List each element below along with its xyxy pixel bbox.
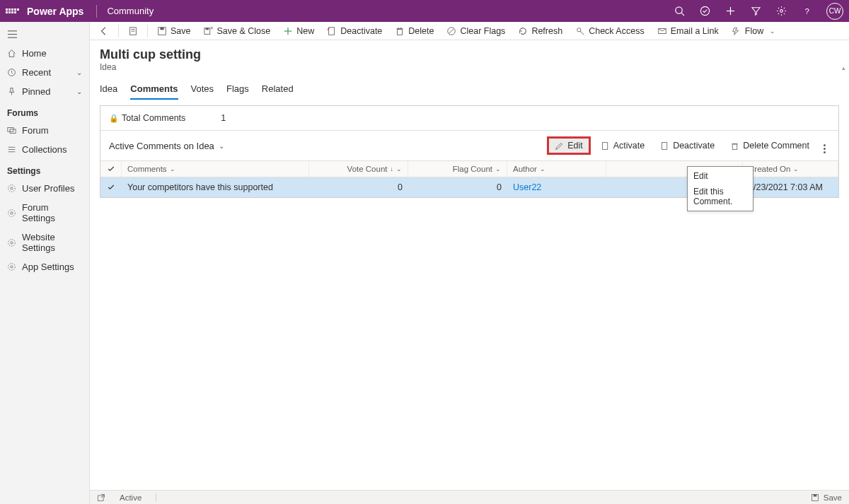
- delete-button[interactable]: Delete: [390, 24, 439, 38]
- btn-label: Clear Flags: [460, 26, 505, 36]
- cell-vote-count: 0: [309, 177, 408, 197]
- edit-button-highlight: Edit: [547, 136, 591, 155]
- btn-label: Refresh: [531, 26, 562, 36]
- cell-comment: Your competitors have this supported: [122, 177, 309, 197]
- nav-forum-settings[interactable]: Forum Settings: [0, 198, 89, 228]
- svg-rect-44: [602, 142, 607, 149]
- total-comments-label: Total Comments: [122, 113, 185, 123]
- total-comments-value: 1: [221, 113, 226, 123]
- popout-icon[interactable]: [97, 493, 105, 502]
- task-icon[interactable]: [699, 6, 710, 17]
- tab-flags[interactable]: Flags: [226, 79, 249, 100]
- list-icon: [7, 145, 16, 154]
- column-comments[interactable]: Comments ⌄: [122, 161, 309, 177]
- flow-button[interactable]: Flow⌄: [727, 24, 780, 38]
- activate-button[interactable]: Activate: [595, 139, 650, 153]
- tooltip-title: Edit: [693, 171, 747, 181]
- save-icon[interactable]: [811, 493, 819, 502]
- column-vote-count[interactable]: Vote Count ↓ ⌄: [309, 161, 408, 177]
- filter-icon[interactable]: [750, 6, 761, 17]
- nav-section-settings: Settings: [0, 159, 89, 179]
- email-link-button[interactable]: Email a Link: [652, 24, 724, 38]
- delete-comment-button[interactable]: Delete Comment: [724, 139, 815, 153]
- deactivate-button[interactable]: Deactivate: [654, 139, 720, 153]
- tab-idea[interactable]: Idea: [100, 79, 117, 100]
- svg-point-22: [11, 266, 13, 268]
- btn-label: Deactivate: [673, 141, 715, 151]
- check-access-button[interactable]: Check Access: [570, 24, 649, 38]
- save-close-button[interactable]: Save & Close: [199, 24, 276, 38]
- nav-home[interactable]: Home: [0, 44, 89, 63]
- svg-rect-28: [160, 27, 163, 30]
- gear-icon[interactable]: [775, 6, 787, 17]
- new-button[interactable]: New: [278, 24, 319, 38]
- page-title: Multi cup setting: [100, 47, 839, 62]
- status-bar: Active Save: [90, 490, 849, 504]
- statusbar-save[interactable]: Save: [824, 493, 842, 502]
- column-author[interactable]: Author ⌄: [507, 161, 606, 177]
- nav-label: Recent: [22, 67, 51, 78]
- form-selector-button[interactable]: [123, 24, 143, 38]
- btn-label: Flow: [745, 26, 763, 36]
- flag-clear-icon: [446, 26, 456, 36]
- chevron-down-icon[interactable]: ⌄: [219, 142, 224, 150]
- search-icon[interactable]: [674, 6, 685, 17]
- svg-line-34: [328, 28, 330, 30]
- refresh-button[interactable]: Refresh: [513, 24, 567, 38]
- subgrid-title[interactable]: Active Comments on Idea: [109, 141, 214, 151]
- page-header: Multi cup setting Idea: [90, 40, 849, 72]
- nav-recent[interactable]: Recent ⌄: [0, 63, 89, 82]
- cell-author[interactable]: User22: [507, 177, 606, 197]
- svg-point-18: [11, 211, 13, 213]
- column-created-on[interactable]: Created On ⌄: [743, 161, 838, 177]
- svg-point-0: [675, 7, 681, 13]
- app-launcher-icon[interactable]: [6, 8, 20, 13]
- edit-button[interactable]: Edit: [549, 139, 589, 153]
- nav-user-profiles[interactable]: User Profiles: [0, 179, 89, 198]
- cell-created-on: 9/23/2021 7:03 AM: [743, 177, 838, 197]
- tab-votes[interactable]: Votes: [191, 79, 214, 100]
- btn-label: Deactivate: [340, 26, 382, 36]
- col-label: Vote Count: [347, 165, 388, 173]
- refresh-icon: [518, 26, 528, 36]
- back-button[interactable]: [94, 24, 114, 38]
- command-bar: Save Save & Close New Deactivate Delete …: [90, 22, 849, 40]
- nav-label: Collections: [22, 144, 67, 155]
- btn-label: New: [296, 26, 314, 36]
- nav-forum[interactable]: Forum: [0, 121, 89, 140]
- nav-website-settings[interactable]: Website Settings: [0, 228, 89, 257]
- plus-icon[interactable]: [724, 6, 736, 17]
- nav-pinned[interactable]: Pinned ⌄: [0, 82, 89, 101]
- environment-label[interactable]: Community: [107, 6, 154, 16]
- checkbox-column[interactable]: [100, 161, 122, 177]
- column-flag-count[interactable]: Flag Count ⌄: [408, 161, 507, 177]
- nav-label: Website Settings: [22, 232, 82, 253]
- btn-label: Check Access: [589, 26, 645, 36]
- nav-label: App Settings: [22, 262, 74, 272]
- lock-icon: 🔒: [109, 114, 119, 122]
- scroll-up-icon[interactable]: ▴: [842, 64, 845, 71]
- hamburger-icon[interactable]: [0, 22, 89, 44]
- svg-point-19: [8, 209, 16, 216]
- scroll-indicator[interactable]: ▴: [841, 64, 846, 71]
- col-label: Created On: [749, 165, 790, 173]
- main-area: Save Save & Close New Deactivate Delete …: [90, 22, 849, 504]
- clear-flags-button[interactable]: Clear Flags: [441, 24, 510, 38]
- nav-label: Pinned: [22, 86, 50, 97]
- help-icon[interactable]: ?: [801, 6, 812, 17]
- deactivate-button[interactable]: Deactivate: [322, 24, 387, 38]
- nav-label: Forum Settings: [22, 202, 82, 223]
- tab-related[interactable]: Related: [262, 79, 294, 100]
- svg-rect-50: [814, 494, 817, 496]
- row-checkbox[interactable]: [100, 177, 122, 197]
- svg-line-40: [449, 28, 454, 33]
- tab-comments[interactable]: Comments: [130, 79, 178, 100]
- user-avatar[interactable]: CW: [826, 3, 843, 20]
- save-button[interactable]: Save: [152, 24, 196, 38]
- more-button[interactable]: [819, 136, 830, 155]
- nav-app-settings[interactable]: App Settings: [0, 257, 89, 276]
- nav-collections[interactable]: Collections: [0, 140, 89, 159]
- pencil-icon: [555, 141, 564, 151]
- tabs: Idea Comments Votes Flags Related: [90, 72, 849, 100]
- col-label: Comments: [127, 165, 167, 173]
